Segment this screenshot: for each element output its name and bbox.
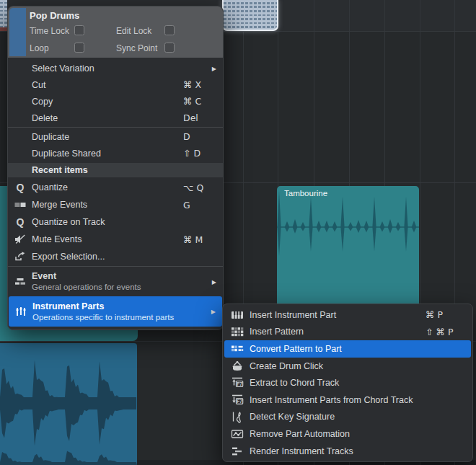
menu-item-quantize-on-track[interactable]: QQuantize on Track	[8, 213, 223, 231]
shortcut-label: ⌘ C	[183, 96, 201, 107]
shortcut-label: G	[183, 200, 190, 211]
svg-text:Q: Q	[17, 216, 25, 228]
menu-separator	[8, 127, 223, 128]
menu-item-label: Select Variation	[32, 63, 94, 74]
submenu-arrow-icon: ▶	[212, 278, 216, 285]
key-signature-icon	[229, 410, 245, 423]
pattern-grid-icon	[229, 325, 245, 338]
instrument-parts-submenu: Insert Instrument Part⌘ PInsert Pattern⇧…	[222, 304, 473, 462]
menu-item-select-variation[interactable]: Select Variation▶	[8, 60, 223, 76]
menu-item-label: Duplicate	[32, 132, 69, 142]
mute-icon	[13, 233, 27, 246]
menu-item-duplicate-shared[interactable]: Duplicate Shared⇧ D	[8, 145, 223, 161]
checkbox-label-loop: Loop	[30, 43, 49, 53]
convert-pattern-icon	[229, 342, 245, 355]
menu-section-label: Recent items	[32, 165, 88, 175]
menu-item-cut[interactable]: Cut⌘ X	[8, 76, 223, 93]
menu-item-instrument-parts[interactable]: Instrument PartsOperations specific to i…	[9, 296, 222, 327]
audio-clip-waveform[interactable]	[0, 343, 137, 465]
submenu-item-extract-to-chord-track[interactable]: F7Extract to Chord Track	[223, 374, 472, 391]
svg-text:F7: F7	[237, 381, 242, 386]
audio-waveform	[0, 343, 137, 465]
submenu-item-label: Convert Pattern to Part	[250, 344, 342, 354]
menu-item-merge-events[interactable]: Merge EventsG	[8, 196, 223, 213]
shortcut-label: ⇧ ⌘ P	[426, 327, 453, 337]
menu-item-mute-events[interactable]: Mute Events⌘ M	[8, 231, 223, 248]
menu-item-label: Duplicate Shared	[32, 149, 101, 159]
context-menu: Pop Drums Time LockEdit LockLoopSync Poi…	[7, 6, 224, 330]
menu-section-recent-items: Recent items	[8, 163, 223, 177]
quantize-icon: Q	[13, 181, 27, 194]
edit-lock-checkbox[interactable]	[164, 25, 175, 35]
menu-item-subtitle: Operations specific to instrument parts	[32, 312, 222, 322]
shortcut-label: ⌥ Q	[183, 182, 203, 193]
svg-text:F7: F7	[237, 398, 242, 403]
menu-item-label: Export Selection...	[32, 252, 105, 262]
checkbox-label-sync-point: Sync Point	[116, 43, 157, 53]
menu-item-label: Quantize	[32, 182, 68, 192]
submenu-item-label: Render Instrument Tracks	[250, 446, 353, 456]
time-lock-checkbox[interactable]	[74, 25, 84, 35]
studio-one-arrange-view: Tambourine Pop Drums Time LockEdit LockL…	[0, 0, 476, 465]
shortcut-label: ⇧ D	[183, 148, 200, 159]
submenu-item-convert-pattern-to-part[interactable]: Convert Pattern to Part	[224, 340, 471, 358]
submenu-item-label: Create Drum Click	[250, 361, 323, 371]
submenu-item-label: Detect Key Signature	[250, 412, 335, 422]
submenu-item-label: Insert Instrument Parts from Chord Track	[250, 395, 413, 405]
submenu-item-create-drum-click[interactable]: Create Drum Click	[223, 358, 472, 375]
submenu-item-remove-part-automation[interactable]: Remove Part Automation	[223, 425, 472, 443]
track-marker-bar	[0, 27, 7, 31]
clip-label: Tambourine	[284, 189, 327, 198]
pattern-clip-edge[interactable]	[0, 0, 7, 27]
menu-item-copy[interactable]: Copy⌘ C	[8, 93, 223, 110]
menu-item-delete[interactable]: DeleteDel	[8, 110, 223, 126]
menu-item-label: Quantize on Track	[32, 217, 105, 227]
pattern-clip-selected[interactable]	[222, 0, 278, 31]
quantize-icon: Q	[13, 216, 27, 229]
export-icon	[13, 250, 27, 263]
checkbox-label-time-lock: Time Lock	[30, 26, 69, 36]
submenu-item-label: Insert Instrument Part	[250, 310, 336, 320]
submenu-arrow-icon: ▶	[212, 65, 216, 71]
event-icon	[13, 275, 27, 288]
svg-text:Q: Q	[17, 182, 25, 193]
menu-item-title: Event	[32, 271, 223, 282]
submenu-item-label: Remove Part Automation	[250, 429, 350, 439]
automation-icon	[229, 428, 245, 440]
shortcut-label: ⌘ M	[183, 234, 203, 245]
submenu-item-render-instrument-tracks[interactable]: Render Instrument Tracks	[223, 443, 472, 460]
shortcut-label: D	[183, 131, 190, 142]
drum-icon	[229, 360, 245, 373]
insert-chord-icon: F7	[229, 394, 245, 407]
instrument-parts-icon	[14, 305, 28, 318]
extract-chord-icon: F7	[229, 376, 245, 389]
menu-item-subtitle: General operations for events	[32, 282, 223, 292]
menu-item-event[interactable]: EventGeneral operations for events▶	[8, 267, 223, 296]
piano-icon	[229, 309, 245, 322]
menu-item-label: Copy	[32, 97, 53, 107]
submenu-items: Insert Instrument Part⌘ PInsert Pattern⇧…	[223, 306, 472, 459]
submenu-item-insert-pattern[interactable]: Insert Pattern⇧ ⌘ P	[223, 324, 472, 341]
menu-item-label: Cut	[32, 80, 45, 90]
submenu-item-label: Extract to Chord Track	[250, 378, 339, 388]
render-tracks-icon	[229, 445, 245, 458]
menu-item-label: Delete	[32, 113, 58, 123]
menu-item-title: Instrument Parts	[32, 301, 222, 312]
checkbox-label-edit-lock: Edit Lock	[116, 26, 151, 36]
context-menu-header: Pop Drums Time LockEdit LockLoopSync Poi…	[8, 6, 223, 58]
menu-item-quantize[interactable]: QQuantize⌥ Q	[8, 179, 223, 196]
menu-item-export-selection[interactable]: Export Selection...	[8, 248, 223, 265]
shortcut-label: ⌘ X	[183, 79, 201, 90]
menu-item-label: Mute Events	[32, 234, 81, 244]
menu-title: Pop Drums	[30, 10, 79, 21]
sync-point-checkbox[interactable]	[164, 43, 175, 53]
menu-separator	[8, 266, 223, 267]
shortcut-label: ⌘ P	[426, 309, 443, 320]
loop-checkbox[interactable]	[74, 43, 84, 53]
submenu-item-insert-instrument-parts-from-chord-track[interactable]: F7Insert Instrument Parts from Chord Tra…	[223, 391, 472, 409]
merge-events-icon	[13, 198, 27, 211]
menu-item-duplicate[interactable]: DuplicateD	[8, 128, 223, 145]
menu-item-label: Merge Events	[32, 200, 87, 210]
submenu-item-insert-instrument-part[interactable]: Insert Instrument Part⌘ P	[223, 306, 472, 324]
submenu-item-detect-key-signature[interactable]: Detect Key Signature	[223, 409, 472, 426]
